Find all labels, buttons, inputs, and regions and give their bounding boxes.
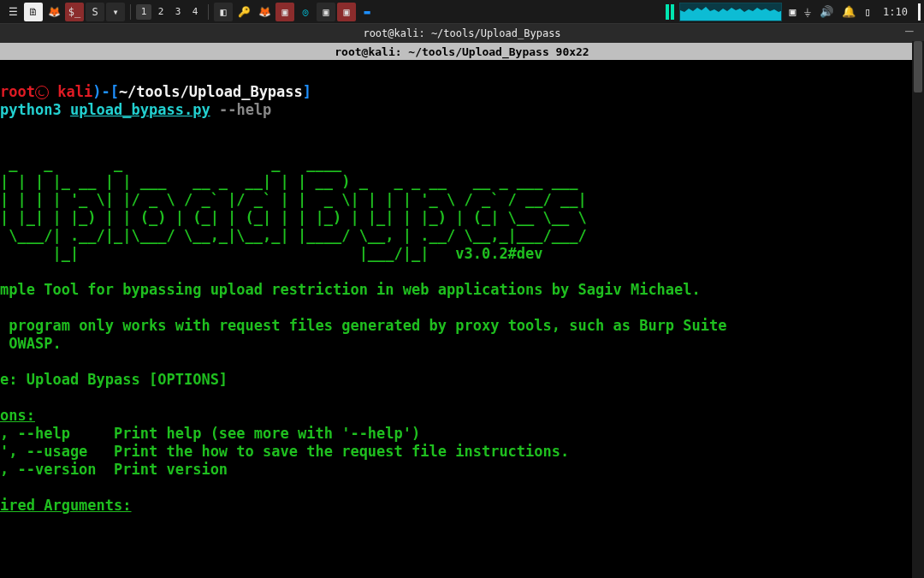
terminal-icon[interactable]: $_	[65, 3, 84, 21]
workspace-2[interactable]: 2	[153, 4, 169, 20]
workspace-4[interactable]: 4	[187, 4, 203, 20]
prompt-user: root	[0, 83, 35, 100]
cmd-script: upload_bypass.py	[70, 101, 210, 118]
chromium-icon[interactable]: ◎	[296, 3, 315, 21]
option-row: ', --usage Print the how to save the req…	[0, 443, 569, 460]
firefox2-icon[interactable]: 🦊	[255, 3, 274, 21]
terminal-dimensions: root@kali: ~/tools/Upload_Bypass 90x22	[335, 45, 589, 58]
prompt-line-2: python3 upload_bypass.py --help	[0, 101, 271, 118]
terminal-dimensions-bar: root@kali: ~/tools/Upload_Bypass 90x22	[0, 43, 924, 60]
tool-note: program only works with request files ge…	[0, 317, 727, 352]
minimize-icon[interactable]: –	[905, 27, 917, 39]
separator	[130, 4, 131, 20]
firefox-icon[interactable]: 🦊	[44, 3, 63, 21]
ascii-art-line: | | | |_ __ | | ___ __ _ __| | | __ ) _ …	[0, 173, 578, 190]
keepass-icon[interactable]: 🔑	[234, 3, 253, 21]
battery-icon[interactable]: ▯	[864, 5, 871, 18]
scrollbar-thumb[interactable]	[914, 41, 922, 92]
terminal-window: root@kali: ~/tools/Upload_Bypass – root@…	[0, 24, 924, 578]
option-row: , --help Print help (see more with '--he…	[0, 425, 420, 442]
menu-icon[interactable]: ☰	[3, 3, 22, 21]
prompt-at-icon	[35, 83, 49, 100]
ascii-art-line: \___/| .__/|_|\___/ \__,_|\__,_| |____/ …	[0, 227, 587, 244]
workspace-3[interactable]: 3	[170, 4, 186, 20]
volume-icon[interactable]: 🔊	[820, 5, 833, 18]
scrollbar[interactable]	[912, 41, 924, 578]
terminal-body[interactable]: root kali)-[~/tools/Upload_Bypass] pytho…	[0, 60, 924, 578]
prompt-cwd: ~/tools/Upload_Bypass	[119, 83, 303, 100]
usage-line: e: Upload Bypass [OPTIONS]	[0, 371, 228, 388]
sublime-icon[interactable]: S	[86, 3, 104, 21]
window-titlebar[interactable]: root@kali: ~/tools/Upload_Bypass –	[0, 24, 924, 43]
ascii-art-line: | |_| | |_) | | (_) | (_| | (_| | | |_) …	[0, 209, 587, 226]
cmd-interpreter: python3	[0, 101, 62, 118]
cpu-graph[interactable]	[679, 3, 782, 21]
bell-icon[interactable]: 🔔	[842, 5, 856, 18]
wifi-icon[interactable]: ⏚	[804, 5, 811, 18]
ascii-art-line: _ _ _ _ ____	[0, 155, 341, 172]
taskbar: ☰ 🗎 🦊 $_ S ▾ 1 2 3 4 ◧ 🔑 🦊 ▣ ◎ ▣ ▣ ▬ ▣ ⏚…	[0, 0, 924, 24]
camera-icon[interactable]: ▣	[789, 5, 796, 18]
term2-icon[interactable]: ▣	[317, 3, 335, 21]
separator	[208, 4, 209, 20]
cmd-arg: --help	[219, 101, 271, 118]
screenshot-icon[interactable]: ◧	[214, 3, 233, 21]
prompt-host: kali	[57, 83, 92, 100]
app-drawer-icon[interactable]: ▾	[106, 3, 125, 21]
ascii-art-line: |_| |___/|_| v3.0.2#dev	[0, 245, 543, 262]
window-title: root@kali: ~/tools/Upload_Bypass	[363, 27, 560, 39]
edge-handle[interactable]	[918, 3, 921, 21]
clock[interactable]: 1:10	[878, 6, 913, 18]
system-tray: ▣ ⏚ 🔊 🔔 ▯	[784, 5, 876, 18]
folder-icon[interactable]: ▬	[358, 3, 376, 21]
options-header: ons:	[0, 407, 35, 424]
workspace-1[interactable]: 1	[136, 4, 151, 20]
tool-description: mple Tool for bypassing upload restricti…	[0, 281, 701, 298]
option-row: , --version Print version	[0, 461, 228, 478]
cpu-bar-icon	[666, 4, 674, 20]
prompt-line-1: root kali)-[~/tools/Upload_Bypass]	[0, 83, 311, 100]
required-args-header: ired Arguments:	[0, 497, 132, 514]
files-icon[interactable]: 🗎	[24, 3, 43, 21]
ascii-art-line: | | | | '_ \| |/ _ \ / _` |/ _` | | _ \|…	[0, 191, 587, 208]
burp-icon[interactable]: ▣	[275, 3, 294, 21]
app-icon[interactable]: ▣	[337, 3, 356, 21]
